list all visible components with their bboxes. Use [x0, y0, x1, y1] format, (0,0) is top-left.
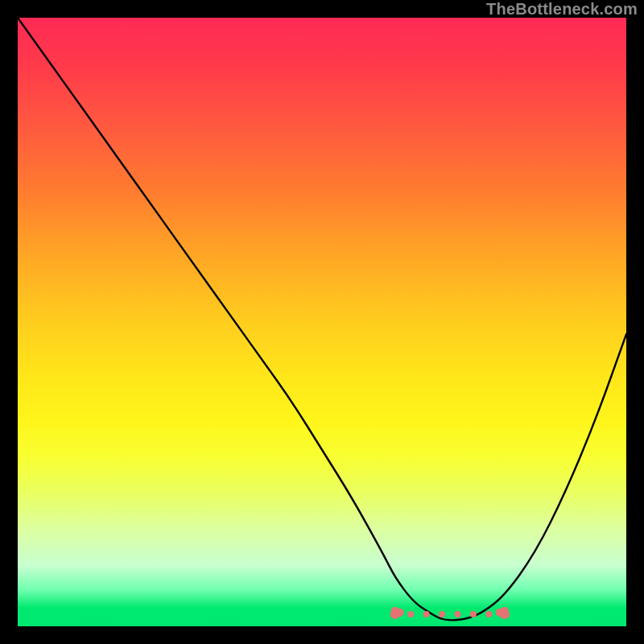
chart-svg [18, 18, 626, 626]
watermark-text: TheBottleneck.com [486, 0, 638, 19]
flat-zone-dot [439, 611, 445, 617]
flat-zone-dot [423, 611, 430, 617]
flat-zone-markers [390, 607, 510, 619]
curve-path [18, 18, 626, 620]
plot-area [18, 18, 626, 626]
flat-zone-dot [470, 611, 477, 617]
chart-frame: TheBottleneck.com [0, 0, 644, 644]
flat-zone-dot [455, 611, 461, 617]
flat-zone-dot [407, 611, 414, 617]
flat-zone-dot [485, 611, 492, 617]
flat-zone-end-dot [396, 609, 404, 617]
bottleneck-curve [18, 18, 626, 620]
flat-zone-end-dot [501, 607, 509, 615]
